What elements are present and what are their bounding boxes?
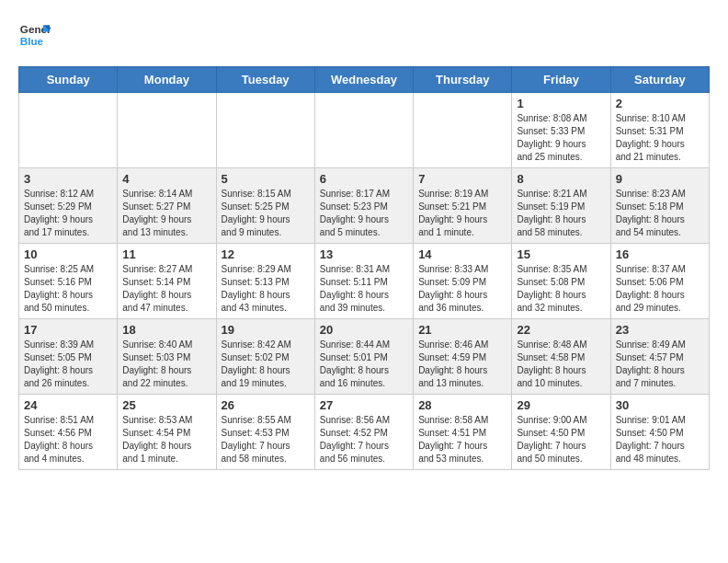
calendar-cell: 28Sunrise: 8:58 AM Sunset: 4:51 PM Dayli… bbox=[414, 395, 512, 470]
day-info: Sunrise: 8:10 AM Sunset: 5:31 PM Dayligh… bbox=[616, 112, 704, 164]
calendar-cell bbox=[19, 93, 118, 168]
calendar-cell: 2Sunrise: 8:10 AM Sunset: 5:31 PM Daylig… bbox=[610, 93, 709, 168]
calendar-cell: 29Sunrise: 9:00 AM Sunset: 4:50 PM Dayli… bbox=[512, 395, 610, 470]
day-info: Sunrise: 8:44 AM Sunset: 5:01 PM Dayligh… bbox=[320, 339, 408, 390]
weekday-header: Sunday bbox=[19, 67, 118, 93]
day-number: 22 bbox=[517, 323, 605, 337]
day-info: Sunrise: 8:23 AM Sunset: 5:18 PM Dayligh… bbox=[616, 188, 704, 239]
day-info: Sunrise: 8:35 AM Sunset: 5:08 PM Dayligh… bbox=[517, 263, 605, 315]
logo: General Blue bbox=[18, 18, 57, 52]
calendar-cell: 8Sunrise: 8:21 AM Sunset: 5:19 PM Daylig… bbox=[512, 168, 610, 244]
logo-icon: General Blue bbox=[18, 18, 51, 52]
calendar-cell: 14Sunrise: 8:33 AM Sunset: 5:09 PM Dayli… bbox=[414, 244, 512, 319]
calendar-cell: 4Sunrise: 8:14 AM Sunset: 5:27 PM Daylig… bbox=[118, 168, 216, 244]
calendar-cell bbox=[314, 93, 413, 168]
calendar-cell: 20Sunrise: 8:44 AM Sunset: 5:01 PM Dayli… bbox=[314, 319, 413, 395]
calendar-cell: 30Sunrise: 9:01 AM Sunset: 4:50 PM Dayli… bbox=[610, 395, 709, 470]
day-info: Sunrise: 8:58 AM Sunset: 4:51 PM Dayligh… bbox=[418, 414, 506, 465]
day-info: Sunrise: 8:25 AM Sunset: 5:16 PM Dayligh… bbox=[24, 263, 112, 315]
calendar-cell: 16Sunrise: 8:37 AM Sunset: 5:06 PM Dayli… bbox=[610, 244, 709, 319]
day-number: 30 bbox=[616, 398, 704, 412]
day-number: 5 bbox=[222, 172, 310, 186]
day-number: 1 bbox=[517, 97, 605, 110]
day-number: 11 bbox=[122, 247, 210, 261]
weekday-header: Friday bbox=[512, 67, 610, 93]
day-number: 7 bbox=[418, 172, 506, 186]
weekday-header: Tuesday bbox=[216, 67, 314, 93]
day-info: Sunrise: 8:17 AM Sunset: 5:23 PM Dayligh… bbox=[320, 188, 408, 239]
day-info: Sunrise: 8:33 AM Sunset: 5:09 PM Dayligh… bbox=[418, 263, 506, 315]
day-number: 20 bbox=[320, 323, 408, 337]
calendar-cell: 25Sunrise: 8:53 AM Sunset: 4:54 PM Dayli… bbox=[118, 395, 216, 470]
calendar-cell: 10Sunrise: 8:25 AM Sunset: 5:16 PM Dayli… bbox=[19, 244, 118, 319]
calendar-cell: 3Sunrise: 8:12 AM Sunset: 5:29 PM Daylig… bbox=[19, 168, 118, 244]
day-info: Sunrise: 8:08 AM Sunset: 5:33 PM Dayligh… bbox=[517, 112, 605, 164]
day-number: 29 bbox=[517, 398, 605, 412]
day-info: Sunrise: 8:27 AM Sunset: 5:14 PM Dayligh… bbox=[122, 263, 210, 315]
calendar-cell: 17Sunrise: 8:39 AM Sunset: 5:05 PM Dayli… bbox=[19, 319, 118, 395]
day-info: Sunrise: 8:15 AM Sunset: 5:25 PM Dayligh… bbox=[222, 188, 310, 239]
day-info: Sunrise: 9:00 AM Sunset: 4:50 PM Dayligh… bbox=[517, 414, 605, 465]
calendar-table: SundayMondayTuesdayWednesdayThursdayFrid… bbox=[18, 66, 710, 470]
day-info: Sunrise: 8:55 AM Sunset: 4:53 PM Dayligh… bbox=[222, 414, 310, 465]
weekday-header: Monday bbox=[118, 67, 216, 93]
weekday-header: Thursday bbox=[414, 67, 512, 93]
day-number: 8 bbox=[517, 172, 605, 186]
day-info: Sunrise: 8:51 AM Sunset: 4:56 PM Dayligh… bbox=[24, 414, 112, 465]
day-info: Sunrise: 9:01 AM Sunset: 4:50 PM Dayligh… bbox=[616, 414, 704, 465]
calendar-cell: 18Sunrise: 8:40 AM Sunset: 5:03 PM Dayli… bbox=[118, 319, 216, 395]
day-number: 4 bbox=[122, 172, 210, 186]
day-number: 24 bbox=[24, 398, 112, 412]
day-info: Sunrise: 8:12 AM Sunset: 5:29 PM Dayligh… bbox=[24, 188, 112, 239]
day-info: Sunrise: 8:56 AM Sunset: 4:52 PM Dayligh… bbox=[320, 414, 408, 465]
calendar-cell bbox=[118, 93, 216, 168]
day-info: Sunrise: 8:53 AM Sunset: 4:54 PM Dayligh… bbox=[122, 414, 210, 465]
calendar-cell: 12Sunrise: 8:29 AM Sunset: 5:13 PM Dayli… bbox=[216, 244, 314, 319]
weekday-header: Saturday bbox=[610, 67, 709, 93]
day-info: Sunrise: 8:39 AM Sunset: 5:05 PM Dayligh… bbox=[24, 339, 112, 390]
day-number: 15 bbox=[517, 247, 605, 261]
day-number: 2 bbox=[616, 97, 704, 110]
day-number: 21 bbox=[418, 323, 506, 337]
day-info: Sunrise: 8:42 AM Sunset: 5:02 PM Dayligh… bbox=[222, 339, 310, 390]
day-number: 3 bbox=[24, 172, 112, 186]
calendar-cell: 13Sunrise: 8:31 AM Sunset: 5:11 PM Dayli… bbox=[314, 244, 413, 319]
calendar-cell: 26Sunrise: 8:55 AM Sunset: 4:53 PM Dayli… bbox=[216, 395, 314, 470]
calendar-cell: 19Sunrise: 8:42 AM Sunset: 5:02 PM Dayli… bbox=[216, 319, 314, 395]
day-number: 14 bbox=[418, 247, 506, 261]
calendar-cell: 1Sunrise: 8:08 AM Sunset: 5:33 PM Daylig… bbox=[512, 93, 610, 168]
day-number: 25 bbox=[122, 398, 210, 412]
calendar-cell: 23Sunrise: 8:49 AM Sunset: 4:57 PM Dayli… bbox=[610, 319, 709, 395]
calendar-cell: 11Sunrise: 8:27 AM Sunset: 5:14 PM Dayli… bbox=[118, 244, 216, 319]
day-number: 10 bbox=[24, 247, 112, 261]
day-number: 23 bbox=[616, 323, 704, 337]
day-number: 27 bbox=[320, 398, 408, 412]
day-info: Sunrise: 8:21 AM Sunset: 5:19 PM Dayligh… bbox=[517, 188, 605, 239]
day-number: 12 bbox=[222, 247, 310, 261]
day-number: 28 bbox=[418, 398, 506, 412]
day-info: Sunrise: 8:49 AM Sunset: 4:57 PM Dayligh… bbox=[616, 339, 704, 390]
calendar-cell: 9Sunrise: 8:23 AM Sunset: 5:18 PM Daylig… bbox=[610, 168, 709, 244]
day-number: 26 bbox=[222, 398, 310, 412]
calendar-cell: 22Sunrise: 8:48 AM Sunset: 4:58 PM Dayli… bbox=[512, 319, 610, 395]
day-number: 9 bbox=[616, 172, 704, 186]
calendar-cell: 7Sunrise: 8:19 AM Sunset: 5:21 PM Daylig… bbox=[414, 168, 512, 244]
calendar-cell: 21Sunrise: 8:46 AM Sunset: 4:59 PM Dayli… bbox=[414, 319, 512, 395]
calendar-cell: 27Sunrise: 8:56 AM Sunset: 4:52 PM Dayli… bbox=[314, 395, 413, 470]
day-number: 18 bbox=[122, 323, 210, 337]
day-number: 19 bbox=[222, 323, 310, 337]
day-info: Sunrise: 8:31 AM Sunset: 5:11 PM Dayligh… bbox=[320, 263, 408, 315]
day-number: 17 bbox=[24, 323, 112, 337]
calendar-cell bbox=[414, 93, 512, 168]
day-info: Sunrise: 8:14 AM Sunset: 5:27 PM Dayligh… bbox=[122, 188, 210, 239]
day-info: Sunrise: 8:19 AM Sunset: 5:21 PM Dayligh… bbox=[418, 188, 506, 239]
page-header: General Blue bbox=[18, 18, 710, 52]
calendar-cell: 6Sunrise: 8:17 AM Sunset: 5:23 PM Daylig… bbox=[314, 168, 413, 244]
day-info: Sunrise: 8:46 AM Sunset: 4:59 PM Dayligh… bbox=[418, 339, 506, 390]
calendar-cell: 15Sunrise: 8:35 AM Sunset: 5:08 PM Dayli… bbox=[512, 244, 610, 319]
day-info: Sunrise: 8:40 AM Sunset: 5:03 PM Dayligh… bbox=[122, 339, 210, 390]
day-number: 16 bbox=[616, 247, 704, 261]
calendar-cell: 24Sunrise: 8:51 AM Sunset: 4:56 PM Dayli… bbox=[19, 395, 118, 470]
weekday-header: Wednesday bbox=[314, 67, 413, 93]
day-info: Sunrise: 8:37 AM Sunset: 5:06 PM Dayligh… bbox=[616, 263, 704, 315]
